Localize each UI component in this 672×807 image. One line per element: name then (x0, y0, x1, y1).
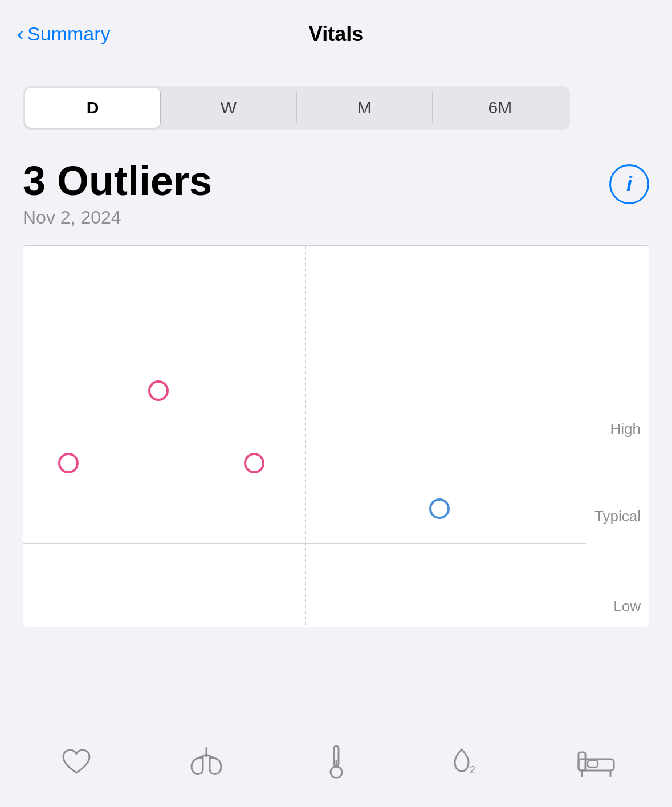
vgrid-line-5 (492, 246, 492, 627)
y-axis-labels: High Typical Low (586, 246, 649, 627)
y-label-typical: Typical (594, 508, 641, 525)
time-range-selector: D W M 6M (23, 86, 570, 130)
svg-rect-8 (579, 752, 585, 770)
info-button[interactable]: i (609, 164, 649, 204)
outliers-count: 3 Outliers (23, 159, 212, 204)
back-label: Summary (27, 23, 110, 45)
svg-point-4 (331, 767, 342, 778)
outliers-info: 3 Outliers Nov 2, 2024 (23, 159, 212, 228)
outliers-date: Nov 2, 2024 (23, 207, 212, 228)
vgrid-line-1 (117, 246, 117, 627)
svg-text:2: 2 (470, 764, 475, 776)
segment-week[interactable]: W (161, 88, 296, 128)
main-content: D W M 6M 3 Outliers Nov 2, 2024 i (0, 68, 672, 644)
page-title: Vitals (309, 22, 363, 46)
segment-day[interactable]: D (25, 88, 160, 128)
vgrid-line-4 (398, 246, 398, 627)
back-button[interactable]: ‹ Summary (17, 23, 110, 45)
bed-icon (576, 745, 616, 779)
tab-heart[interactable] (11, 745, 141, 779)
tab-bar: 2 (0, 716, 672, 807)
hgrid-typical-line (23, 543, 586, 544)
chevron-left-icon: ‹ (17, 24, 24, 44)
tab-lungs[interactable] (141, 745, 271, 779)
o2-icon: 2 (446, 745, 486, 779)
data-point-pink-3[interactable] (244, 453, 264, 473)
svg-rect-9 (588, 760, 598, 767)
vgrid-line-2 (211, 246, 211, 627)
vitals-chart: High Typical Low (23, 245, 649, 627)
heart-icon (56, 745, 96, 779)
data-point-pink-2[interactable] (148, 380, 169, 401)
data-point-blue-1[interactable] (429, 498, 450, 519)
tab-thermometer[interactable] (271, 745, 401, 779)
y-label-low: Low (613, 598, 641, 615)
hgrid-high-line (23, 452, 586, 452)
y-label-high: High (610, 420, 641, 437)
tab-o2[interactable]: 2 (401, 745, 531, 779)
segment-6month[interactable]: 6M (433, 88, 568, 128)
vgrid-line-3 (305, 246, 306, 627)
thermometer-icon (316, 745, 356, 779)
segment-month[interactable]: M (297, 88, 432, 128)
tab-sleep[interactable] (531, 745, 661, 779)
navigation-bar: ‹ Summary Vitals (0, 0, 672, 68)
data-point-pink-1[interactable] (58, 453, 79, 473)
chart-plot-area (23, 246, 586, 627)
lungs-icon (186, 745, 226, 779)
outliers-section: 3 Outliers Nov 2, 2024 i (23, 159, 649, 228)
